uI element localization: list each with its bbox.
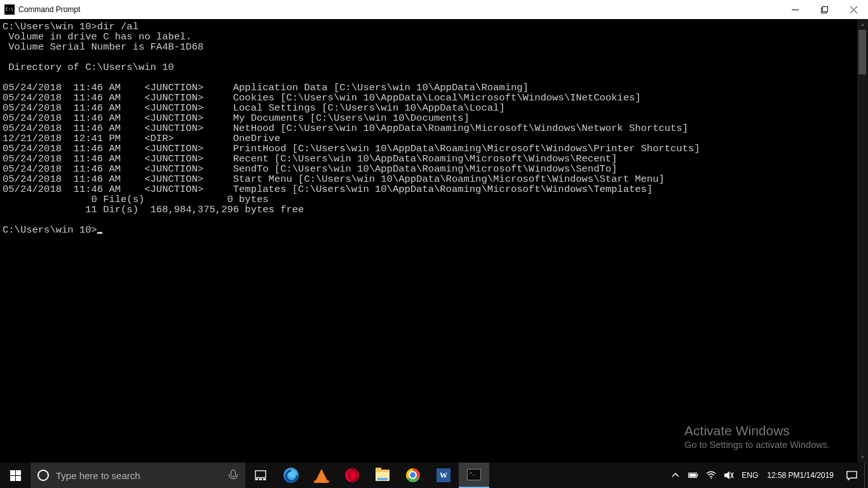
svg-rect-6 [16, 470, 21, 475]
terminal-output[interactable]: C:\Users\win 10>dir /al Volume in drive … [0, 19, 857, 463]
taskbar-app-opera[interactable] [337, 463, 367, 488]
tray-volume-icon[interactable] [720, 463, 738, 488]
window-title: Command Prompt [18, 5, 80, 14]
taskbar-app-vlc[interactable] [306, 463, 337, 488]
svg-marker-17 [724, 471, 729, 479]
svg-rect-9 [255, 471, 266, 478]
tray-clock[interactable]: 12:58 PM 1/14/2019 [762, 463, 839, 488]
svg-rect-8 [16, 476, 21, 481]
minimize-button[interactable] [780, 0, 810, 19]
file-explorer-icon [376, 470, 390, 481]
cmd-icon: C:\ [4, 4, 15, 15]
watermark-title: Activate Windows [684, 423, 830, 438]
close-button[interactable] [839, 0, 868, 19]
show-desktop-button[interactable] [864, 463, 868, 488]
tray-wifi-icon[interactable] [702, 463, 720, 488]
svg-rect-5 [10, 470, 15, 475]
taskbar-app-file-explorer[interactable] [367, 463, 398, 488]
search-placeholder: Type here to search [56, 470, 220, 481]
scroll-up-button[interactable]: ▲ [857, 19, 868, 30]
microphone-icon[interactable] [220, 470, 245, 481]
svg-point-16 [710, 477, 712, 478]
taskbar-app-word[interactable]: W [428, 463, 459, 488]
start-button[interactable] [0, 463, 31, 488]
taskbar-app-cmd[interactable] [459, 463, 489, 488]
tray-overflow-button[interactable] [667, 463, 684, 488]
watermark-subtitle: Go to Settings to activate Windows. [684, 440, 830, 450]
window-titlebar[interactable]: C:\ Command Prompt [0, 0, 868, 19]
tray-language[interactable]: ENG [738, 463, 762, 488]
scroll-down-button[interactable]: ▼ [857, 452, 868, 463]
chrome-icon [406, 468, 420, 482]
svg-rect-7 [10, 476, 15, 481]
scroll-track[interactable] [857, 74, 868, 452]
taskbar-search[interactable]: Type here to search [31, 463, 245, 488]
word-icon: W [437, 468, 451, 482]
edge-icon [283, 468, 299, 483]
scroll-thumb[interactable] [858, 30, 866, 74]
cortana-icon[interactable] [31, 470, 56, 481]
svg-rect-12 [264, 478, 266, 480]
svg-rect-14 [697, 474, 698, 476]
taskbar-app-chrome[interactable] [398, 463, 428, 488]
taskbar: Type here to search W ENG 12:58 PM 1/14/… [0, 463, 868, 488]
tray-battery-icon[interactable] [684, 463, 702, 488]
svg-rect-11 [259, 478, 262, 480]
taskbar-app-edge[interactable] [276, 463, 306, 488]
svg-rect-2 [822, 6, 827, 11]
windows-logo-icon [10, 470, 21, 481]
tray-time: 12:58 PM [767, 471, 799, 480]
activate-windows-watermark: Activate Windows Go to Settings to activ… [684, 423, 830, 450]
terminal-area: C:\Users\win 10>dir /al Volume in drive … [0, 19, 868, 463]
vlc-icon [315, 469, 328, 482]
svg-rect-15 [689, 474, 696, 477]
system-tray: ENG 12:58 PM 1/14/2019 [667, 463, 868, 488]
opera-icon [345, 468, 359, 482]
terminal-scrollbar[interactable]: ▲ ▼ [857, 19, 868, 463]
cmd-taskbar-icon [467, 469, 481, 480]
terminal-cursor [97, 232, 102, 234]
svg-rect-10 [255, 478, 258, 480]
tray-date: 1/14/2019 [800, 471, 834, 480]
tray-action-center[interactable] [839, 463, 864, 488]
maximize-button[interactable] [810, 0, 839, 19]
task-view-button[interactable] [245, 463, 276, 488]
